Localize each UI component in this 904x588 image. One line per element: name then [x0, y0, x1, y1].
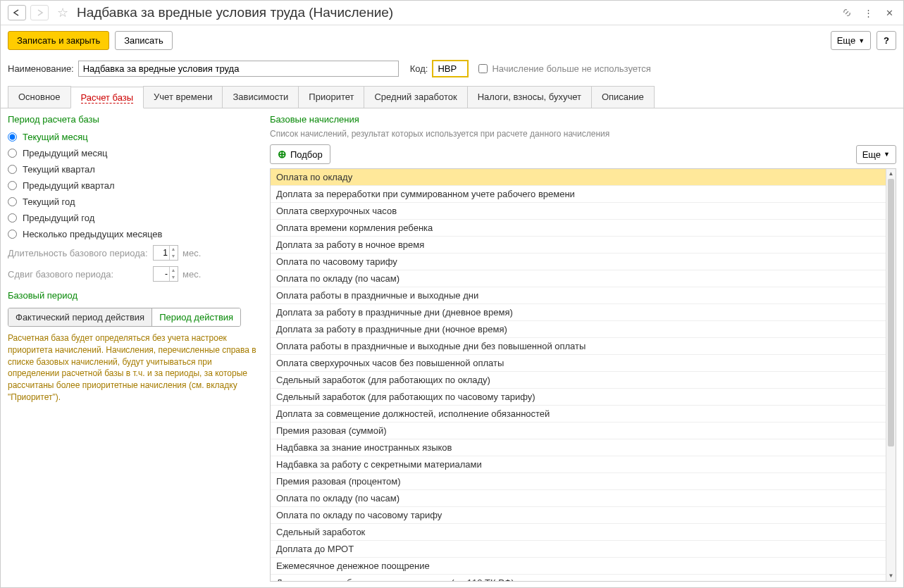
shift-spinner[interactable]: ▲▼	[153, 266, 178, 282]
list-item[interactable]: Премия разовая (процентом)	[271, 473, 886, 490]
scrollbar[interactable]: ▲ ▼	[886, 169, 896, 581]
name-input[interactable]	[78, 61, 399, 77]
not-used-checkbox-wrap[interactable]: Начисление больше не используется	[478, 63, 650, 74]
toggle-period[interactable]: Период действия	[152, 308, 240, 326]
tab-1[interactable]: Расчет базы	[70, 87, 144, 108]
list-item[interactable]: Доплата за работу в праздничные дни (ноч…	[271, 321, 886, 338]
caret-down-icon: ▼	[884, 151, 890, 158]
list-item[interactable]: Оплата сверхурочных часов	[271, 203, 886, 220]
shift-label: Сдвиг базового периода:	[8, 269, 149, 280]
duration-unit: мес.	[182, 248, 201, 258]
code-label: Код:	[410, 63, 428, 74]
list-item[interactable]: Оплата по окладу (по часам)	[271, 490, 886, 507]
list-item[interactable]: Сдельный заработок	[271, 524, 886, 541]
duration-label: Длительность базового периода:	[8, 248, 149, 258]
list-item[interactable]: Оплата по окладу	[271, 169, 886, 186]
list-item[interactable]: Доплата за работу в праздничные дни (дне…	[271, 304, 886, 321]
kebab-menu-icon[interactable]: ⋮	[861, 6, 875, 20]
not-used-checkbox[interactable]	[478, 64, 488, 73]
duration-spinner[interactable]: ▲▼	[153, 245, 178, 261]
period-section-title: Период расчета базы	[8, 114, 261, 125]
main-toolbar: Записать и закрыть Записать Еще▼ ?	[1, 25, 903, 56]
scroll-thumb[interactable]	[888, 179, 894, 446]
radio-period-6[interactable]: Несколько предыдущих месяцев	[8, 226, 261, 242]
tab-4[interactable]: Приоритет	[298, 86, 364, 108]
spinner-up-icon[interactable]: ▲	[170, 267, 177, 274]
spinner-down-icon[interactable]: ▼	[170, 253, 177, 260]
toggle-actual-period[interactable]: Фактический период действия	[8, 308, 152, 326]
accruals-list: Оплата по окладуДоплата за переработки п…	[271, 169, 886, 581]
base-period-toggle: Фактический период действия Период дейст…	[8, 308, 241, 327]
list-item[interactable]: Сдельный заработок (для работающих по ча…	[271, 389, 886, 406]
list-item[interactable]: Надбавка за знание иностранных языков	[271, 439, 886, 456]
list-item[interactable]: Оплата по окладу (по часам)	[271, 270, 886, 287]
close-icon[interactable]: ✕	[882, 6, 896, 20]
list-item[interactable]: Оплата работы в праздничные и выходные д…	[271, 338, 886, 355]
save-button[interactable]: Записать	[115, 31, 173, 50]
list-item[interactable]: Доплата за работу в ночное время	[271, 237, 886, 254]
spinner-down-icon[interactable]: ▼	[170, 274, 177, 281]
list-item[interactable]: Оплата сверхурочных часов без повышенной…	[271, 355, 886, 372]
base-accruals-subtitle: Список начислений, результат которых исп…	[270, 129, 896, 139]
list-item[interactable]: Оплата по окладу по часовому тарифу	[271, 507, 886, 524]
tab-0[interactable]: Основное	[8, 86, 71, 108]
radio-period-0[interactable]: Текущий месяц	[8, 129, 261, 145]
base-accruals-title: Базовые начисления	[270, 114, 896, 125]
not-used-label: Начисление больше не используется	[492, 63, 650, 74]
tab-7[interactable]: Описание	[591, 86, 655, 108]
tab-3[interactable]: Зависимости	[222, 86, 299, 108]
plus-circle-icon: ⊕	[278, 148, 287, 161]
list-item[interactable]: Доплата за нерабочие праздничные дни (ст…	[271, 575, 886, 581]
radio-period-2[interactable]: Текущий квартал	[8, 161, 261, 177]
list-item[interactable]: Оплата по часовому тарифу	[271, 254, 886, 270]
name-label: Наименование:	[8, 63, 74, 74]
scroll-down-icon[interactable]: ▼	[886, 571, 896, 581]
tab-strip: ОсновноеРасчет базыУчет времениЗависимос…	[1, 86, 903, 108]
duration-value[interactable]	[154, 246, 169, 260]
list-item[interactable]: Оплата работы в праздничные и выходные д…	[271, 287, 886, 304]
spinner-up-icon[interactable]: ▲	[170, 246, 177, 253]
radio-period-4[interactable]: Текущий год	[8, 194, 261, 210]
list-item[interactable]: Премия разовая (суммой)	[271, 423, 886, 439]
list-item[interactable]: Ежемесячное денежное поощрение	[271, 558, 886, 575]
list-item[interactable]: Доплата за совмещение должностей, исполн…	[271, 406, 886, 423]
more-button-list[interactable]: Еще▼	[856, 145, 896, 164]
right-column: Базовые начисления Список начислений, ре…	[270, 114, 896, 582]
list-item[interactable]: Сдельный заработок (для работающих по ок…	[271, 372, 886, 389]
radio-period-3[interactable]: Предыдущий квартал	[8, 177, 261, 194]
favorite-star-icon[interactable]: ☆	[56, 6, 70, 20]
more-button-top[interactable]: Еще▼	[831, 31, 871, 50]
tab-2[interactable]: Учет времени	[143, 86, 223, 108]
priority-hint: Расчетная база будет определяться без уч…	[8, 332, 261, 404]
code-input[interactable]	[432, 60, 469, 77]
list-item[interactable]: Доплата до МРОТ	[271, 541, 886, 558]
form-header-row: Наименование: Код: Начисление больше не …	[1, 56, 903, 82]
save-close-button[interactable]: Записать и закрыть	[8, 31, 109, 50]
tab-5[interactable]: Средний заработок	[364, 86, 467, 108]
list-item[interactable]: Доплата за переработки при суммированном…	[271, 186, 886, 203]
left-column: Период расчета базы Текущий месяцПредыду…	[8, 114, 261, 582]
titlebar: ☆ Надбавка за вредные условия труда (Нач…	[1, 1, 903, 25]
nav-back-button[interactable]	[8, 5, 26, 20]
tab-6[interactable]: Налоги, взносы, бухучет	[467, 86, 592, 108]
nav-forward-button[interactable]	[30, 5, 49, 20]
caret-down-icon: ▼	[858, 37, 865, 44]
radio-period-1[interactable]: Предыдущий месяц	[8, 145, 261, 161]
window-title: Надбавка за вредные условия труда (Начис…	[77, 5, 836, 20]
scroll-up-icon[interactable]: ▲	[886, 169, 896, 179]
shift-unit: мес.	[182, 269, 201, 280]
list-item[interactable]: Оплата времени кормления ребенка	[271, 220, 886, 237]
help-button[interactable]: ?	[877, 31, 896, 50]
list-item[interactable]: Надбавка за работу с секретными материал…	[271, 456, 886, 473]
base-period-title: Базовый период	[8, 290, 261, 301]
link-icon[interactable]	[840, 6, 854, 20]
shift-value[interactable]	[154, 267, 169, 281]
pick-button[interactable]: ⊕ Подбор	[270, 144, 330, 164]
radio-period-5[interactable]: Предыдущий год	[8, 210, 261, 226]
